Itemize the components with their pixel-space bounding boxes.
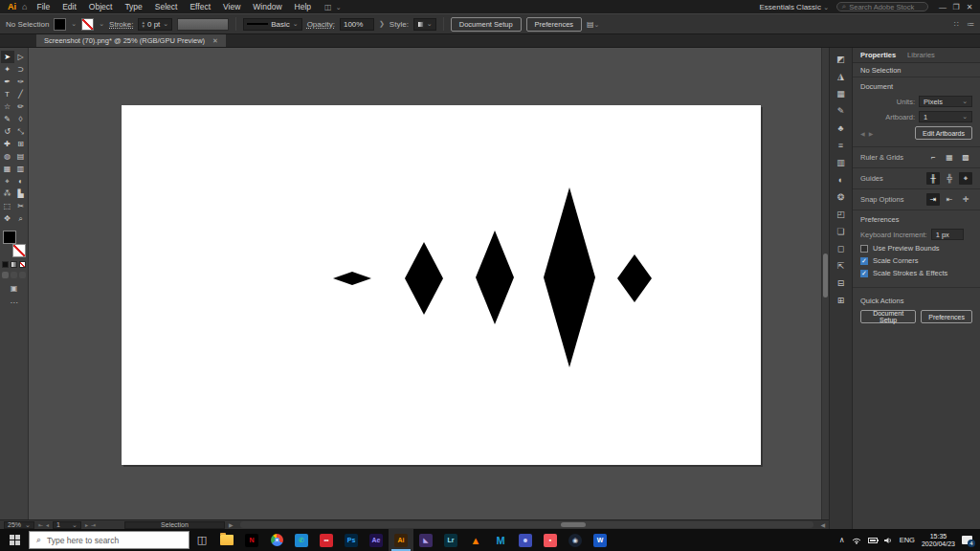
workspace-selector[interactable]: Essentials Classic ⌄ <box>759 3 829 11</box>
style-dropdown[interactable]: ⌄ <box>413 18 436 31</box>
hand-tool-icon[interactable]: ✥ <box>1 212 14 225</box>
units-dropdown[interactable]: Pixels⌄ <box>919 96 972 107</box>
shape-builder-tool-icon[interactable]: ◍ <box>1 150 14 163</box>
prev-artboard-icon[interactable]: ◂ <box>46 521 49 528</box>
selection-tool-icon[interactable]: ➤ <box>1 51 14 63</box>
close-button[interactable]: ✕ <box>963 3 976 11</box>
color-panel-icon[interactable]: ◩ <box>834 54 849 65</box>
eraser-tool-icon[interactable]: ◊ <box>14 113 28 125</box>
steam-icon[interactable]: ◉ <box>563 529 588 551</box>
curvature-tool-icon[interactable]: ✑ <box>14 76 28 88</box>
next-artboard-icon[interactable]: ▸ <box>85 521 88 528</box>
symbol-sprayer-tool-icon[interactable]: ⁂ <box>1 187 14 200</box>
list-menu-icon[interactable]: ≔ <box>967 20 974 29</box>
tab-libraries[interactable]: Libraries <box>907 51 935 59</box>
canvas-pasteboard[interactable] <box>29 48 821 519</box>
pink-app-icon[interactable]: ▪ <box>538 529 563 551</box>
color-mode-button[interactable] <box>2 261 9 268</box>
after-effects-icon[interactable]: Ae <box>364 529 389 551</box>
snap-to-glyph-icon[interactable]: ✛ <box>959 193 972 206</box>
menu-edit[interactable]: Edit <box>62 2 77 11</box>
brushes-panel-icon[interactable]: ✎ <box>834 105 849 117</box>
none-mode-button[interactable] <box>19 261 26 268</box>
first-artboard-icon[interactable]: ⇤ <box>38 521 43 528</box>
stepper-icons[interactable]: ▴▾ <box>142 20 145 28</box>
close-tab-icon[interactable]: ✕ <box>212 37 218 45</box>
menu-object[interactable]: Object <box>89 2 113 11</box>
slice-tool-icon[interactable]: ✂ <box>14 200 28 212</box>
malwarebytes-icon[interactable]: M <box>488 529 513 551</box>
gradient-tool-icon[interactable]: ▥ <box>14 163 28 175</box>
grid-dots-icon[interactable]: ∷ <box>954 20 959 29</box>
horizontal-scroll-thumb[interactable] <box>561 522 586 527</box>
home-icon[interactable]: ⌂ <box>22 2 27 11</box>
netflix-icon[interactable]: N <box>239 529 264 551</box>
task-view-icon[interactable]: ◫ <box>189 529 214 551</box>
zoom-tool-icon[interactable]: ⌕ <box>14 212 28 225</box>
tab-properties[interactable]: Properties <box>860 51 896 59</box>
align-options-icon[interactable]: ▤⌄ <box>587 20 599 29</box>
chevron-down-icon[interactable]: ⌄ <box>71 20 77 28</box>
free-transform-tool-icon[interactable]: ⊞ <box>14 138 28 150</box>
gradient-panel-icon[interactable]: ▥ <box>834 157 849 168</box>
preferences-button[interactable]: Preferences <box>526 17 582 32</box>
clock[interactable]: 15:352020/04/23 <box>922 533 955 548</box>
horizontal-scrollbar[interactable] <box>240 521 814 528</box>
more-tools-icon[interactable]: ⋯ <box>11 298 18 307</box>
blend-tool-icon[interactable]: ◐ <box>14 175 28 187</box>
hscroll-left-icon[interactable]: ▶ <box>229 521 234 528</box>
gradient-mode-button[interactable] <box>11 261 17 268</box>
prev-artboard-icon[interactable]: ◀ <box>860 130 865 137</box>
design-app-icon[interactable]: ◣ <box>413 529 438 551</box>
lasso-tool-icon[interactable]: ⊃ <box>14 63 28 76</box>
vertical-scroll-thumb[interactable] <box>823 253 828 298</box>
fill-swatch[interactable] <box>3 231 16 244</box>
panel-arrow-icon[interactable]: ❯ <box>379 20 385 28</box>
stroke-color-swatch[interactable] <box>81 18 94 31</box>
mesh-tool-icon[interactable]: ▦ <box>1 163 14 175</box>
show-guides-icon[interactable]: ╫ <box>926 172 940 185</box>
direct-selection-tool-icon[interactable]: ▷ <box>14 51 28 63</box>
word-icon[interactable]: W <box>588 529 612 551</box>
restore-button[interactable]: ❐ <box>949 3 963 11</box>
fill-stroke-indicator[interactable] <box>3 231 26 257</box>
hscroll-right-icon[interactable]: ◀ <box>820 521 825 528</box>
preferences-button[interactable]: Preferences <box>921 310 972 323</box>
stroke-label[interactable]: Stroke: <box>109 20 133 29</box>
graphic-styles-panel-icon[interactable]: ◰ <box>834 209 849 220</box>
draw-normal-button[interactable] <box>2 272 9 278</box>
paintbrush-tool-icon[interactable]: ✏ <box>14 100 28 113</box>
draw-behind-button[interactable] <box>11 272 17 278</box>
pathfinder-panel-icon[interactable]: ⊞ <box>834 295 849 306</box>
artboard-dropdown[interactable]: 1⌄ <box>919 111 972 122</box>
next-artboard-icon[interactable]: ▶ <box>869 130 874 137</box>
smart-guides-icon[interactable]: ⌖ <box>959 172 972 185</box>
zoom-level-dropdown[interactable]: 25%⌄ <box>4 521 34 529</box>
shape-tool-icon[interactable]: ☆ <box>1 100 14 113</box>
artboard-nav-dropdown[interactable]: 1⌄ <box>53 521 81 529</box>
menu-select[interactable]: Select <box>155 2 178 11</box>
vlc-icon[interactable]: ▲ <box>463 529 488 551</box>
width-tool-icon[interactable]: ✚ <box>1 138 14 150</box>
vertical-scrollbar[interactable] <box>821 48 829 519</box>
document-setup-button[interactable]: Document Setup <box>860 310 916 323</box>
adobe-stock-search-input[interactable]: ⌕Search Adobe Stock <box>836 2 928 11</box>
language-indicator[interactable]: ENG <box>900 536 915 544</box>
menu-type[interactable]: Type <box>124 2 142 11</box>
illustrator-icon[interactable]: Ai <box>389 529 413 551</box>
artboard-artwork[interactable] <box>29 48 821 519</box>
line-segment-tool-icon[interactable]: ╱ <box>14 88 28 100</box>
swatches-panel-icon[interactable]: ▦ <box>834 88 849 99</box>
arrange-documents-icon[interactable]: ◫ ⌄ <box>324 3 343 11</box>
chrome-icon[interactable] <box>264 529 289 551</box>
whatsapp-icon[interactable]: ✆ <box>289 529 314 551</box>
edit-artboards-button[interactable]: Edit Artboards <box>915 126 972 140</box>
snap-to-pixel-icon[interactable]: ⇥ <box>926 193 940 206</box>
menu-view[interactable]: View <box>223 2 240 11</box>
creative-cloud-icon[interactable]: ∞ <box>314 529 339 551</box>
snap-to-point-icon[interactable]: ⇤ <box>943 193 956 206</box>
lock-guides-icon[interactable]: ╬ <box>943 172 956 185</box>
pen-tool-icon[interactable]: ✒ <box>1 76 14 88</box>
start-button[interactable] <box>0 529 29 551</box>
asset-export-panel-icon[interactable]: ⇱ <box>834 260 849 272</box>
